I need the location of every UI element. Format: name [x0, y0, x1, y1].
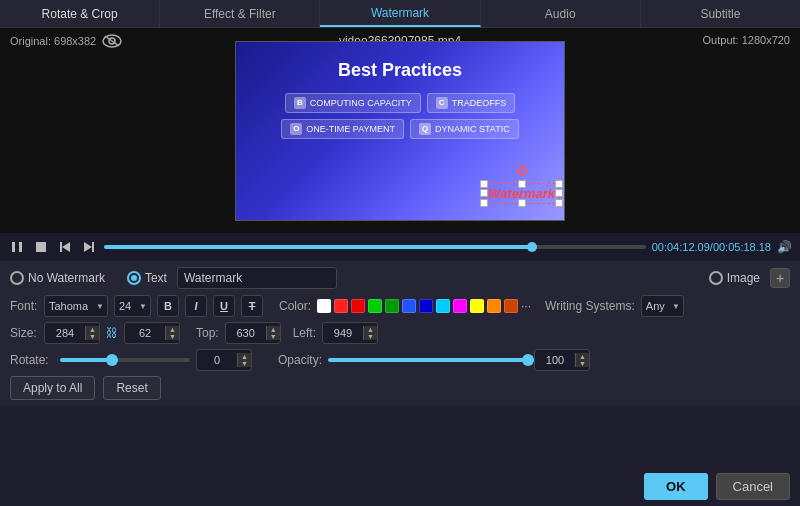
handle-top[interactable] [518, 180, 526, 188]
next-button[interactable] [80, 238, 98, 256]
more-colors-button[interactable]: ··· [521, 299, 531, 313]
height-spinner: ▲ ▼ [165, 326, 179, 340]
height-down[interactable]: ▼ [165, 333, 179, 340]
opacity-slider[interactable] [328, 358, 528, 362]
svg-marker-6 [62, 242, 70, 252]
width-input[interactable] [45, 327, 85, 339]
top-down[interactable]: ▼ [266, 333, 280, 340]
add-image-button[interactable]: + [770, 268, 790, 288]
cancel-button[interactable]: Cancel [716, 473, 790, 500]
rotate-up[interactable]: ▲ [237, 353, 251, 360]
reset-button[interactable]: Reset [103, 376, 160, 400]
color-label: Color: [279, 299, 311, 313]
badge-dynamic: Q DYNAMIC STATIC [410, 119, 519, 139]
no-watermark-radio[interactable]: No Watermark [10, 271, 105, 285]
watermark-type-row: No Watermark Text Image + [10, 267, 790, 289]
eye-icon[interactable] [102, 34, 122, 48]
rotate-thumb [106, 354, 118, 366]
image-radio-btn[interactable] [709, 271, 723, 285]
size-label: Size: [10, 326, 38, 340]
height-input[interactable] [125, 327, 165, 339]
color-blue2[interactable] [419, 299, 433, 313]
text-watermark-radio[interactable]: Text [127, 271, 167, 285]
color-red2[interactable] [351, 299, 365, 313]
color-green2[interactable] [385, 299, 399, 313]
link-dimensions-icon[interactable]: ⛓ [106, 326, 118, 340]
color-cyan[interactable] [436, 299, 450, 313]
progress-track[interactable] [104, 245, 646, 249]
handle-br[interactable] [555, 199, 563, 207]
opacity-input[interactable] [535, 354, 575, 366]
left-down[interactable]: ▼ [363, 333, 377, 340]
font-family-select[interactable]: Tahoma [44, 295, 108, 317]
color-swatches: ··· [317, 299, 531, 313]
width-up[interactable]: ▲ [85, 326, 99, 333]
opacity-label: Opacity: [278, 353, 322, 367]
no-watermark-radio-btn[interactable] [10, 271, 24, 285]
tab-effect-filter[interactable]: Effect & Filter [160, 0, 320, 27]
tab-rotate-crop[interactable]: Rotate & Crop [0, 0, 160, 27]
tab-watermark[interactable]: Watermark [320, 0, 480, 27]
top-input-wrap: ▲ ▼ [225, 322, 281, 344]
handle-tl[interactable] [480, 180, 488, 188]
opacity-down[interactable]: ▼ [575, 360, 589, 367]
handle-bl[interactable] [480, 199, 488, 207]
rotate-handle[interactable] [517, 166, 527, 176]
top-input[interactable] [226, 327, 266, 339]
color-red1[interactable] [334, 299, 348, 313]
writing-systems-label: Writing Systems: [545, 299, 635, 313]
width-down[interactable]: ▼ [85, 333, 99, 340]
font-family-wrap: Tahoma [44, 295, 108, 317]
svg-rect-9 [92, 242, 94, 252]
writing-systems-select[interactable]: Any [641, 295, 684, 317]
opacity-up[interactable]: ▲ [575, 353, 589, 360]
height-up[interactable]: ▲ [165, 326, 179, 333]
color-green1[interactable] [368, 299, 382, 313]
apply-row: Apply to All Reset [10, 376, 790, 400]
handle-lft[interactable] [480, 189, 488, 197]
text-radio-btn[interactable] [127, 271, 141, 285]
left-spinner: ▲ ▼ [363, 326, 377, 340]
opacity-spinner: ▲ ▼ [575, 353, 589, 367]
prev-button[interactable] [56, 238, 74, 256]
color-magenta[interactable] [453, 299, 467, 313]
svg-rect-3 [12, 242, 15, 252]
rotate-spinner: ▲ ▼ [237, 353, 251, 367]
pause-button[interactable] [8, 238, 26, 256]
rotate-down[interactable]: ▼ [237, 360, 251, 367]
handle-bot[interactable] [518, 199, 526, 207]
bold-button[interactable]: B [157, 295, 179, 317]
tab-audio[interactable]: Audio [481, 0, 641, 27]
underline-button[interactable]: U [213, 295, 235, 317]
italic-button[interactable]: I [185, 295, 207, 317]
strikethrough-button[interactable]: T [241, 295, 263, 317]
video-original-info: Original: 698x382 [10, 34, 122, 48]
color-yellow[interactable] [470, 299, 484, 313]
ok-button[interactable]: OK [644, 473, 708, 500]
stop-button[interactable] [32, 238, 50, 256]
svg-marker-8 [84, 242, 92, 252]
font-size-select[interactable]: 24 [114, 295, 151, 317]
top-label: Top: [196, 326, 219, 340]
color-brown[interactable] [504, 299, 518, 313]
handle-tr[interactable] [555, 180, 563, 188]
volume-icon[interactable]: 🔊 [777, 240, 792, 254]
left-input[interactable] [323, 327, 363, 339]
color-blue1[interactable] [402, 299, 416, 313]
timeline-bar: 00:04:12.09/00:05:18.18 🔊 [0, 233, 800, 261]
left-up[interactable]: ▲ [363, 326, 377, 333]
opacity-thumb [522, 354, 534, 366]
tab-subtitle[interactable]: Subtitle [641, 0, 800, 27]
color-white[interactable] [317, 299, 331, 313]
rotate-slider[interactable] [60, 358, 190, 362]
watermark-overlay[interactable]: Watermark [483, 183, 560, 204]
color-orange[interactable] [487, 299, 501, 313]
apply-to-all-button[interactable]: Apply to All [10, 376, 95, 400]
rotate-input[interactable] [197, 354, 237, 366]
video-preview: Best Practices B COMPUTING CAPACITY C TR… [235, 41, 565, 221]
image-label: Image [727, 271, 760, 285]
watermark-text-input[interactable] [177, 267, 337, 289]
top-up[interactable]: ▲ [266, 326, 280, 333]
progress-thumb [527, 242, 537, 252]
handle-rgt[interactable] [555, 189, 563, 197]
